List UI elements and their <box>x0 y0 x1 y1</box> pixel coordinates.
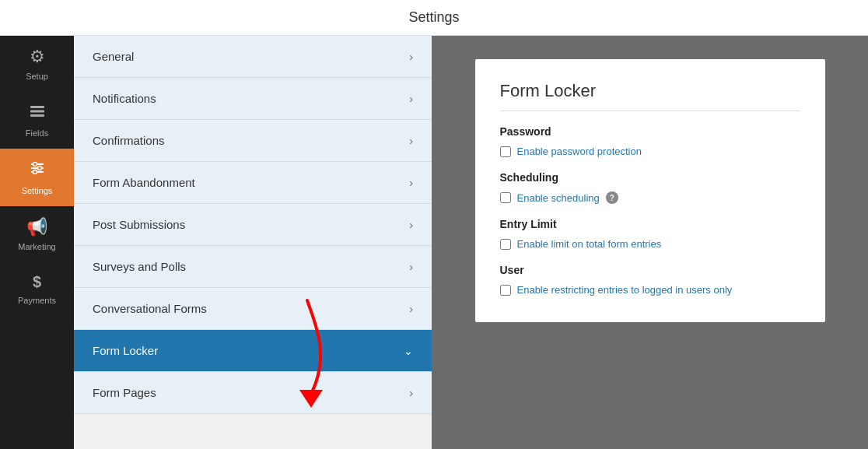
menu-item-confirmations[interactable]: Confirmations › <box>74 120 432 162</box>
menu-item-form-locker-label: Form Locker <box>93 344 158 357</box>
chevron-right-icon: › <box>409 261 413 273</box>
user-section-title: User <box>500 264 800 276</box>
page-title: Settings <box>408 9 459 25</box>
chevron-right-icon: › <box>409 303 413 315</box>
sidebar-item-settings[interactable]: Settings <box>0 149 74 206</box>
fields-icon <box>29 103 46 124</box>
password-checkbox-row: Enable password protection <box>500 146 800 157</box>
menu-item-notifications[interactable]: Notifications › <box>74 78 432 120</box>
user-checkbox-row: Enable restricting entries to logged in … <box>500 284 800 296</box>
user-checkbox[interactable] <box>500 285 511 296</box>
menu-item-form-pages[interactable]: Form Pages › <box>74 372 432 414</box>
password-section-title: Password <box>500 125 800 138</box>
content-panel: Form Locker Password Enable password pro… <box>432 36 868 449</box>
menu-item-form-locker[interactable]: Form Locker ⌄ <box>74 330 432 372</box>
scheduling-checkbox[interactable] <box>500 192 511 203</box>
payments-icon: $ <box>33 273 41 291</box>
form-locker-card: Form Locker Password Enable password pro… <box>475 59 825 322</box>
svg-point-8 <box>33 170 37 174</box>
sidebar-item-setup[interactable]: ⚙ Setup <box>0 36 74 92</box>
menu-item-conversational-forms-label: Conversational Forms <box>93 302 207 315</box>
sidebar: ⚙ Setup Fields <box>0 36 74 449</box>
chevron-right-icon: › <box>409 135 413 147</box>
menu-item-form-abandonment-label: Form Abandonment <box>93 176 195 189</box>
svg-point-7 <box>37 167 41 170</box>
top-bar: Settings <box>0 0 868 36</box>
chevron-right-icon: › <box>409 93 413 105</box>
chevron-down-icon: ⌄ <box>404 345 413 357</box>
scheduling-section-title: Scheduling <box>500 171 800 184</box>
marketing-icon: 📢 <box>26 217 47 237</box>
menu-item-surveys-polls[interactable]: Surveys and Polls › <box>74 246 432 288</box>
menu-item-conversational-forms[interactable]: Conversational Forms › <box>74 288 432 330</box>
svg-rect-2 <box>30 114 44 117</box>
menu-item-notifications-label: Notifications <box>93 92 156 105</box>
card-title: Form Locker <box>500 81 800 111</box>
gear-icon: ⚙ <box>30 47 45 67</box>
menu-item-general[interactable]: General › <box>74 36 432 78</box>
entry-limit-checkbox-row: Enable limit on total form entries <box>500 238 800 250</box>
menu-item-surveys-polls-label: Surveys and Polls <box>93 260 186 273</box>
main-layout: ⚙ Setup Fields <box>0 36 868 449</box>
sidebar-item-payments-label: Payments <box>18 296 56 305</box>
sidebar-item-payments[interactable]: $ Payments <box>0 262 74 316</box>
chevron-right-icon: › <box>409 219 413 231</box>
menu-item-form-pages-label: Form Pages <box>93 386 156 399</box>
password-checkbox[interactable] <box>500 146 511 157</box>
sidebar-item-fields-label: Fields <box>26 128 48 138</box>
scheduling-checkbox-label: Enable scheduling <box>517 192 600 204</box>
menu-item-form-abandonment[interactable]: Form Abandonment › <box>74 162 432 204</box>
sidebar-item-setup-label: Setup <box>26 72 48 81</box>
svg-point-6 <box>33 163 37 167</box>
settings-icon <box>29 160 46 181</box>
entry-limit-checkbox-label: Enable limit on total form entries <box>517 238 662 250</box>
menu-item-post-submissions[interactable]: Post Submissions › <box>74 204 432 246</box>
chevron-right-icon: › <box>409 51 413 63</box>
menu-panel: General › Notifications › Confirmations … <box>74 36 432 414</box>
entry-limit-checkbox[interactable] <box>500 239 511 250</box>
sidebar-item-marketing-label: Marketing <box>18 242 55 251</box>
scheduling-checkbox-row: Enable scheduling ? <box>500 191 800 204</box>
entry-limit-section-title: Entry Limit <box>500 218 800 230</box>
svg-rect-0 <box>30 106 44 108</box>
chevron-right-icon: › <box>409 387 413 399</box>
sidebar-item-fields[interactable]: Fields <box>0 92 74 149</box>
scheduling-help-icon[interactable]: ? <box>606 191 618 204</box>
menu-item-general-label: General <box>93 50 134 63</box>
sidebar-item-settings-label: Settings <box>22 186 53 195</box>
svg-rect-1 <box>30 110 44 113</box>
password-checkbox-label: Enable password protection <box>517 146 642 157</box>
sidebar-item-marketing[interactable]: 📢 Marketing <box>0 206 74 262</box>
chevron-right-icon: › <box>409 177 413 189</box>
menu-item-post-submissions-label: Post Submissions <box>93 218 185 231</box>
menu-item-confirmations-label: Confirmations <box>93 134 165 147</box>
user-checkbox-label: Enable restricting entries to logged in … <box>517 284 733 296</box>
